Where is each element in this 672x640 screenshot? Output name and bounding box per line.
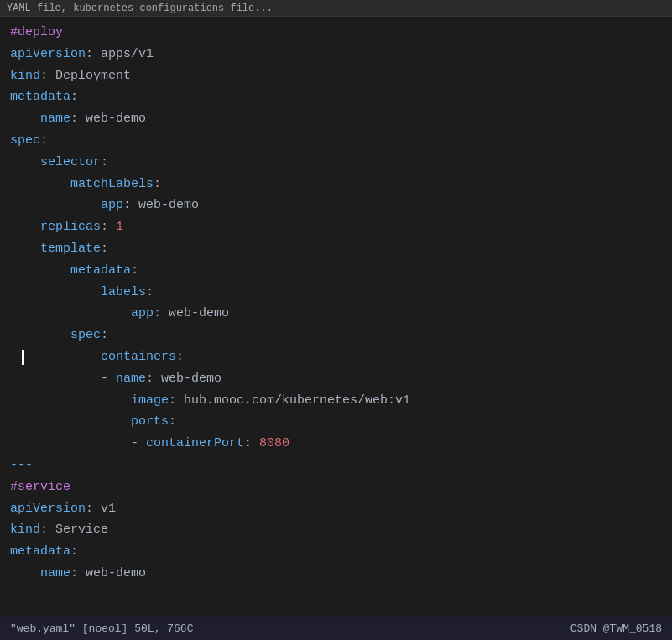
code-token: - <box>101 368 116 390</box>
code-line: apiVersion: v1 <box>10 498 672 520</box>
code-line: apiVersion: apps/v1 <box>10 44 672 65</box>
code-token: : <box>70 86 78 108</box>
code-line: #service <box>10 476 672 498</box>
code-line: app: web-demo <box>10 303 672 325</box>
code-token: selector <box>40 152 101 174</box>
code-line: matchLabels: <box>10 174 672 195</box>
code-line: replicas: 1 <box>10 216 672 238</box>
code-token: --- <box>10 455 33 476</box>
code-line: labels: <box>10 282 672 304</box>
code-token: replicas <box>40 216 101 238</box>
code-token: web-demo <box>138 195 199 216</box>
code-line: app: web-demo <box>10 195 672 216</box>
code-token: image <box>131 390 169 412</box>
code-token: name <box>116 368 146 390</box>
code-token: : <box>131 260 138 282</box>
code-token: : <box>40 519 55 541</box>
code-line: containers: <box>10 346 672 368</box>
code-token: web-demo <box>86 563 146 585</box>
code-token: #deploy <box>10 22 63 44</box>
code-line: metadata: <box>10 541 672 563</box>
code-token: web-demo <box>169 303 229 325</box>
code-token: web-demo <box>86 108 146 130</box>
code-token: containerPort <box>146 433 244 455</box>
code-line: name: web-demo <box>10 108 672 130</box>
code-token: kind <box>10 65 40 87</box>
code-token: : <box>146 368 161 390</box>
code-line: image: hub.mooc.com/kubernetes/web:v1 <box>10 390 672 412</box>
code-token: apiVersion <box>10 498 86 520</box>
code-token: template <box>40 238 101 260</box>
code-token: 1 <box>116 216 123 238</box>
code-token: : <box>169 411 176 433</box>
code-token: : <box>176 346 184 368</box>
code-token: matchLabels <box>70 174 154 195</box>
code-token: containers <box>101 346 176 368</box>
code-token: labels <box>101 282 146 304</box>
code-token: : <box>146 282 154 304</box>
code-line: - containerPort: 8080 <box>10 433 672 455</box>
code-token: metadata <box>70 260 131 282</box>
code-token: : <box>86 44 101 65</box>
code-token: : <box>101 325 108 346</box>
code-token: : <box>123 195 138 216</box>
code-token: ports <box>131 411 169 433</box>
code-token: - <box>131 433 146 455</box>
code-line: selector: <box>10 152 672 174</box>
code-token: kind <box>10 519 40 541</box>
code-token: app <box>101 195 123 216</box>
code-token: metadata <box>10 86 70 108</box>
code-line: #deploy <box>10 22 672 44</box>
code-token: : <box>86 498 101 520</box>
status-bar: "web.yaml" [noeol] 50L, 766C CSDN @TWM_0… <box>0 617 672 640</box>
code-token: spec <box>10 130 40 152</box>
code-token: name <box>40 563 70 585</box>
code-token: metadata <box>10 541 70 563</box>
code-line: ports: <box>10 411 672 433</box>
code-token: : <box>40 65 55 87</box>
code-line: template: <box>10 238 672 260</box>
code-line: metadata: <box>10 260 672 282</box>
code-token: Service <box>55 519 108 541</box>
code-token: : <box>154 174 161 195</box>
code-line: - name: web-demo <box>10 368 672 390</box>
code-token: app <box>131 303 154 325</box>
top-bar: YAML file, kubernetes configurations fil… <box>0 0 672 17</box>
code-token: : <box>70 541 78 563</box>
status-right: CSDN @TWM_0518 <box>570 622 662 635</box>
code-token: hub.mooc.com/kubernetes/web:v1 <box>184 390 410 412</box>
code-token: spec <box>70 325 101 346</box>
code-line: --- <box>10 455 672 476</box>
code-token: : <box>40 130 48 152</box>
status-left: "web.yaml" [noeol] 50L, 766C <box>10 622 193 635</box>
code-token: v1 <box>101 498 116 520</box>
code-token: Deployment <box>55 65 131 87</box>
code-line: kind: Deployment <box>10 65 672 87</box>
code-token: : <box>154 303 169 325</box>
code-token: : <box>244 433 259 455</box>
code-token: #service <box>10 476 70 498</box>
top-bar-text: YAML file, kubernetes configurations fil… <box>7 3 273 14</box>
code-token: apps/v1 <box>101 44 154 65</box>
code-token: : <box>70 108 86 130</box>
code-token: : <box>101 238 108 260</box>
code-token: : <box>169 390 184 412</box>
code-line: spec: <box>10 325 672 346</box>
code-token: name <box>40 108 70 130</box>
code-line: name: web-demo <box>10 563 672 585</box>
code-token: : <box>70 563 86 585</box>
code-area[interactable]: #deployapiVersion: apps/v1kind: Deployme… <box>0 17 672 617</box>
code-line: kind: Service <box>10 519 672 541</box>
editor-container: YAML file, kubernetes configurations fil… <box>0 0 672 640</box>
text-cursor <box>22 350 24 365</box>
code-token: : <box>101 152 108 174</box>
code-line: spec: <box>10 130 672 152</box>
code-token: web-demo <box>161 368 221 390</box>
code-line: metadata: <box>10 86 672 108</box>
code-token: : <box>101 216 116 238</box>
code-token: 8080 <box>259 433 289 455</box>
code-token: apiVersion <box>10 44 86 65</box>
